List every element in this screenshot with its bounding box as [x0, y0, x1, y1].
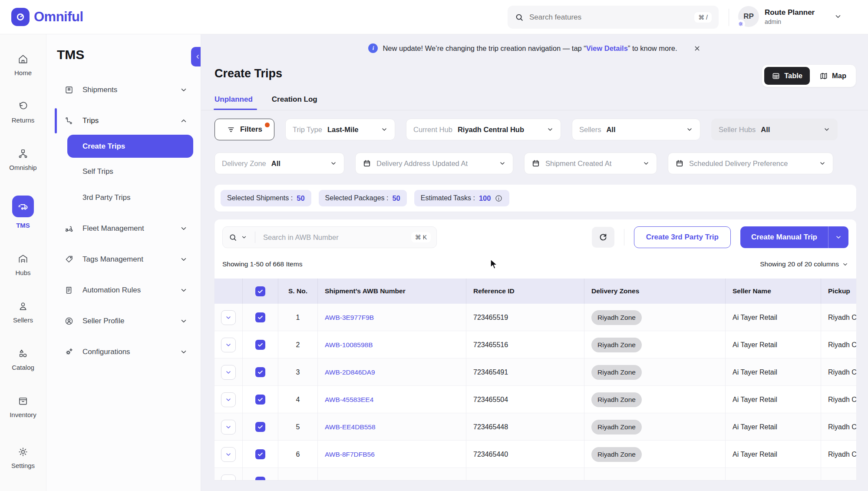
chevron-down-icon [225, 342, 232, 348]
filters-button[interactable]: Filters [215, 119, 274, 140]
rail-item-home[interactable]: Home [14, 53, 32, 76]
user-menu[interactable]: RP Route Planner admin [738, 6, 842, 27]
expander-column-header [215, 279, 243, 304]
row-checkbox[interactable] [255, 312, 265, 322]
awb-link[interactable]: AWB-1008598B [325, 341, 373, 349]
omniful-logo[interactable]: Omniful [11, 8, 83, 26]
delivery-address-updated-select[interactable]: Delivery Address Updated At [355, 153, 513, 174]
submenu-item-create-trips[interactable]: Create Trips [67, 135, 193, 158]
view-toggle: Table Map [762, 64, 856, 87]
rail-item-hubs[interactable]: Hubs [15, 253, 30, 276]
info-outline-icon[interactable] [495, 194, 503, 202]
awb-link[interactable]: AWB-8F7DFB56 [325, 451, 375, 458]
create-3rd-party-trip-button[interactable]: Create 3rd Party Trip [634, 226, 731, 248]
cell-ref: 723465516 [466, 331, 584, 358]
calendar-icon [531, 159, 540, 168]
current-hub-select[interactable]: Current Hub Riyadh Central Hub [406, 119, 561, 140]
rail-item-returns[interactable]: Returns [12, 101, 35, 124]
row-checkbox[interactable] [255, 477, 265, 480]
rail-item-settings[interactable]: Settings [11, 446, 35, 469]
map-icon [819, 72, 828, 80]
menu-item-label: Tags Management [83, 255, 171, 264]
tab-creation-log[interactable]: Creation Log [272, 95, 317, 110]
seller-hubs-select[interactable]: Seller Hubs All [711, 119, 838, 140]
row-checkbox[interactable] [255, 367, 265, 377]
menu-item-label: Seller Profile [83, 317, 171, 325]
rail-item-inventory[interactable]: Inventory [10, 395, 36, 418]
showing-columns-dropdown[interactable]: Showing 20 of 20 columns [760, 260, 848, 268]
sellers-select[interactable]: Sellers All [572, 119, 700, 140]
shipment-created-select[interactable]: Shipment Created At [524, 153, 657, 174]
menu-item-fleet-management[interactable]: Fleet Management [46, 218, 201, 239]
submenu-item-self-trips[interactable]: Self Trips [46, 161, 201, 182]
menu-item-seller-profile[interactable]: Seller Profile [46, 311, 201, 332]
row-checkbox[interactable] [255, 449, 265, 459]
chip-label: Estimated Tasks : [421, 194, 475, 202]
rail-item-tms[interactable]: TMS [12, 196, 34, 229]
cell-seller: Ai Tayer Retail [726, 331, 821, 358]
delivery-zone-select[interactable]: Delivery Zone All [215, 153, 344, 174]
create-manual-trip-button[interactable]: Create Manual Trip [740, 226, 828, 248]
row-expander[interactable] [221, 474, 236, 481]
menu-item-automation-rules[interactable]: Automation Rules [46, 280, 201, 301]
menu-item-configurations[interactable]: Configurations [46, 342, 201, 362]
awb-search[interactable]: ⌘ K [222, 226, 437, 248]
select-label: Scheduled Delivery Preference [689, 159, 788, 168]
map-view-button[interactable]: Map [812, 67, 854, 85]
banner-close-icon[interactable] [693, 45, 701, 52]
returns-icon [17, 101, 29, 112]
menu-item-tags-management[interactable]: Tags Management [46, 249, 201, 270]
selected-shipments-chip: Selected Shipments : 50 [221, 190, 311, 206]
rail-item-sellers[interactable]: Sellers [13, 301, 33, 324]
awb-link[interactable]: AWB-3E977F9B [325, 314, 374, 322]
scheduled-delivery-select[interactable]: Scheduled Delivery Preference [668, 153, 833, 174]
global-search-input[interactable] [529, 13, 689, 22]
submenu-item-3rd-party-trips[interactable]: 3rd Party Trips [46, 187, 201, 208]
tms-truck-icon [17, 201, 29, 212]
row-expander[interactable] [221, 447, 236, 462]
chevron-down-icon [823, 126, 830, 133]
select-label: Seller Hubs [719, 126, 756, 134]
table-view-button[interactable]: Table [764, 67, 810, 85]
rules-document-icon [64, 285, 74, 295]
sidenav-title: TMS [57, 47, 201, 63]
chevron-down-icon [225, 424, 232, 431]
create-manual-trip-dropdown[interactable] [828, 226, 848, 248]
chevron-down-icon [643, 160, 650, 167]
catalog-icon [17, 348, 29, 359]
showing-columns-text: Showing 20 of 20 columns [760, 260, 839, 268]
menu-item-shipments[interactable]: Shipments [46, 80, 201, 100]
row-checkbox[interactable] [255, 395, 265, 405]
chip-label: Selected Packages : [325, 194, 389, 202]
row-checkbox[interactable] [255, 340, 265, 350]
awb-link[interactable]: AWB-EE4DB558 [325, 423, 376, 431]
rail-item-catalog[interactable]: Catalog [12, 348, 34, 371]
awb-search-input[interactable] [263, 233, 408, 242]
row-expander[interactable] [221, 365, 236, 380]
tab-unplanned[interactable]: Unplanned [215, 95, 253, 110]
select-label: Delivery Zone [222, 159, 266, 168]
global-search[interactable]: ⌘ / [508, 6, 719, 29]
view-details-link[interactable]: View Details [586, 44, 628, 52]
column-header-pickup: Pickup [821, 279, 856, 304]
refresh-button[interactable] [592, 227, 614, 248]
home-icon [17, 53, 29, 65]
submenu-label: 3rd Party Trips [83, 193, 131, 202]
rail-label: Home [14, 69, 32, 76]
chevron-down-icon[interactable] [241, 234, 247, 240]
trip-type-select[interactable]: Trip Type Last-Mile [285, 119, 395, 140]
row-expander[interactable] [221, 310, 236, 325]
top-bar: Omniful ⌘ / RP Route Planner admin [0, 0, 868, 34]
row-checkbox[interactable] [255, 422, 265, 432]
row-expander[interactable] [221, 420, 236, 435]
menu-item-trips[interactable]: Trips [46, 110, 201, 131]
awb-link[interactable]: AWB-2D846DA9 [325, 368, 375, 376]
inventory-icon [17, 395, 29, 407]
row-expander[interactable] [221, 338, 236, 352]
select-all-checkbox[interactable] [255, 286, 265, 296]
sidenav-collapse-button[interactable] [191, 47, 201, 66]
row-expander[interactable] [221, 392, 236, 407]
toolbar-divider [624, 229, 624, 246]
rail-item-omniship[interactable]: Omniship [9, 148, 36, 171]
awb-link[interactable]: AWB-45583EE4 [325, 396, 373, 404]
